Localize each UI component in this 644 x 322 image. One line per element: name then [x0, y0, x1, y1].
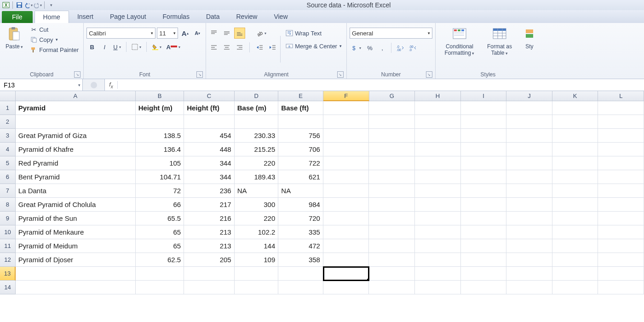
cell-B8[interactable]: 66: [136, 198, 184, 212]
cell-I10[interactable]: [461, 225, 507, 239]
cell-L10[interactable]: [598, 225, 644, 239]
cell-D9[interactable]: 220: [235, 212, 279, 225]
cell-A1[interactable]: Pyramid: [16, 101, 136, 115]
cell-L5[interactable]: [598, 156, 644, 170]
cell-G1[interactable]: [369, 101, 415, 115]
clipboard-launcher[interactable]: ↘: [74, 71, 80, 78]
col-header-F[interactable]: F: [323, 91, 369, 101]
cell-I3[interactable]: [461, 129, 507, 143]
cell-J8[interactable]: [506, 198, 552, 212]
cell-J1[interactable]: [506, 101, 552, 115]
align-middle-button[interactable]: [222, 28, 232, 38]
tab-file[interactable]: File: [2, 11, 33, 23]
cell-L11[interactable]: [598, 239, 644, 253]
accounting-format-button[interactable]: $: [350, 42, 363, 53]
cell-G7[interactable]: [369, 184, 415, 198]
cell-G11[interactable]: [369, 239, 415, 253]
cell-L1[interactable]: [598, 101, 644, 115]
cell-A5[interactable]: Red Pyramid: [16, 156, 136, 170]
cell-F3[interactable]: [323, 129, 369, 143]
save-icon[interactable]: [15, 1, 23, 9]
cell-C7[interactable]: 236: [184, 184, 235, 198]
cell-D8[interactable]: 300: [235, 198, 279, 212]
cell-H4[interactable]: [415, 143, 461, 156]
name-box-dropdown[interactable]: ▾: [78, 83, 80, 87]
cell-G10[interactable]: [369, 225, 415, 239]
cell-B2[interactable]: [136, 115, 184, 129]
cell-H14[interactable]: [415, 281, 461, 294]
tab-view[interactable]: View: [265, 11, 296, 23]
align-left-button[interactable]: [209, 42, 219, 52]
cell-K4[interactable]: [552, 143, 598, 156]
tab-formulas[interactable]: Formulas: [155, 11, 198, 23]
cell-E2[interactable]: [278, 115, 323, 129]
cell-L2[interactable]: [598, 115, 644, 129]
cell-K3[interactable]: [552, 129, 598, 143]
cell-H1[interactable]: [415, 101, 461, 115]
cell-G12[interactable]: [369, 253, 415, 267]
cell-H11[interactable]: [415, 239, 461, 253]
cell-K6[interactable]: [552, 170, 598, 184]
wrap-text-button[interactable]: Wrap Text: [283, 29, 344, 38]
cell-K12[interactable]: [552, 253, 598, 267]
cell-K13[interactable]: [552, 267, 598, 281]
cell-B9[interactable]: 65.5: [136, 212, 184, 225]
tab-review[interactable]: Review: [228, 11, 266, 23]
col-header-E[interactable]: E: [278, 91, 323, 101]
font-size-combo[interactable]: 11▾: [157, 28, 178, 39]
increase-decimal-button[interactable]: .0.00: [395, 42, 406, 53]
cell-D10[interactable]: 102.2: [235, 225, 279, 239]
cell-C14[interactable]: [184, 281, 235, 294]
cell-G9[interactable]: [369, 212, 415, 225]
tab-page-layout[interactable]: Page Layout: [102, 11, 155, 23]
cell-G8[interactable]: [369, 198, 415, 212]
cell-B7[interactable]: 72: [136, 184, 184, 198]
row-header-10[interactable]: 10: [0, 225, 16, 239]
cell-B11[interactable]: 65: [136, 239, 184, 253]
font-launcher[interactable]: ↘: [196, 71, 203, 78]
format-painter-button[interactable]: Format Painter: [28, 45, 80, 54]
row-header-9[interactable]: 9: [0, 212, 16, 225]
cell-E1[interactable]: Base (ft): [278, 101, 323, 115]
cell-C2[interactable]: [184, 115, 235, 129]
cell-J5[interactable]: [506, 156, 552, 170]
cell-E6[interactable]: 621: [278, 170, 323, 184]
underline-button[interactable]: U: [111, 41, 122, 52]
cell-J12[interactable]: [506, 253, 552, 267]
cell-C9[interactable]: 216: [184, 212, 235, 225]
bold-button[interactable]: B: [86, 41, 98, 52]
cell-G13[interactable]: [369, 267, 415, 281]
cell-I11[interactable]: [461, 239, 507, 253]
cell-D12[interactable]: 109: [235, 253, 279, 267]
cell-H2[interactable]: [415, 115, 461, 129]
cell-E7[interactable]: NA: [278, 184, 323, 198]
cell-H7[interactable]: [415, 184, 461, 198]
cell-G3[interactable]: [369, 129, 415, 143]
decrease-indent-button[interactable]: [254, 42, 264, 52]
cell-J3[interactable]: [506, 129, 552, 143]
font-name-combo[interactable]: Calibri▾: [86, 28, 155, 39]
cell-D3[interactable]: 230.33: [235, 129, 279, 143]
cut-button[interactable]: ✂Cut: [28, 25, 80, 34]
cell-I2[interactable]: [461, 115, 507, 129]
cell-F6[interactable]: [323, 170, 369, 184]
cell-J10[interactable]: [506, 225, 552, 239]
cell-C5[interactable]: 344: [184, 156, 235, 170]
cell-L3[interactable]: [598, 129, 644, 143]
format-as-table-button[interactable]: Format as Table: [481, 25, 518, 57]
grow-font-button[interactable]: A▴: [179, 28, 190, 39]
copy-button[interactable]: Copy▾: [28, 35, 80, 44]
cell-J4[interactable]: [506, 143, 552, 156]
cell-G14[interactable]: [369, 281, 415, 294]
select-all-corner[interactable]: [0, 91, 16, 101]
cell-J9[interactable]: [506, 212, 552, 225]
cell-D11[interactable]: 144: [235, 239, 279, 253]
cell-B13[interactable]: [136, 267, 184, 281]
cell-B6[interactable]: 104.71: [136, 170, 184, 184]
row-header-12[interactable]: 12: [0, 253, 16, 267]
cell-K10[interactable]: [552, 225, 598, 239]
col-header-K[interactable]: K: [552, 91, 598, 101]
redo-icon[interactable]: [34, 1, 42, 9]
cell-I13[interactable]: [461, 267, 507, 281]
cell-C11[interactable]: 213: [184, 239, 235, 253]
